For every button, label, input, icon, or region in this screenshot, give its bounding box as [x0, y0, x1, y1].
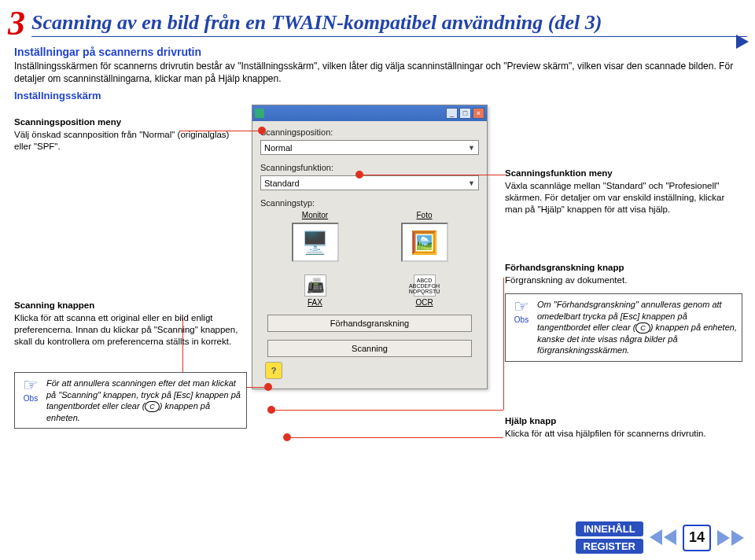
- scanner-settings-dialog: _ □ × Scanningsposition: Normal ▼ Scanni…: [252, 105, 488, 389]
- callout-dot: [283, 433, 291, 441]
- callout-dot: [267, 406, 275, 414]
- anno-scanpos-heading: Scanningsposition meny: [14, 116, 234, 128]
- preview-button[interactable]: Förhandsgranskning: [267, 315, 472, 332]
- callout-dot: [264, 383, 272, 391]
- page-number: 14: [683, 525, 711, 551]
- note-cancel-scanning: ☞ Obs För att annullera scanningen efter…: [14, 372, 247, 429]
- annotation-scan-function: Scanningsfunktion meny Växla scannläge m…: [505, 168, 737, 216]
- scan-position-value: Normal: [264, 143, 292, 153]
- monitor-icon: 🖥️: [292, 223, 339, 262]
- ocr-label: OCR: [414, 298, 436, 307]
- intro-paragraph: Inställningsskärmen för scannerns drivru…: [14, 60, 741, 85]
- photo-icon: 🖼️: [401, 223, 448, 262]
- maximize-button[interactable]: □: [459, 108, 471, 119]
- lead-line: [363, 175, 505, 175]
- foto-type-underline: Foto: [401, 211, 448, 219]
- settings-screen-label: Inställningsskärm: [14, 90, 741, 101]
- contents-button[interactable]: INNEHÅLL: [576, 521, 643, 536]
- monitor-type-underline: Monitor: [292, 211, 339, 219]
- scan-type-monitor[interactable]: Monitor 🖥️: [292, 211, 339, 265]
- anno-preview-heading: Förhandsgranskning knapp: [505, 262, 737, 274]
- fax-icon: 📠: [304, 274, 326, 297]
- section-subtitle: Inställningar på scannerns drivrutin: [14, 46, 741, 58]
- anno-scanbtn-body: Klicka för att scanna ett original eller…: [14, 312, 242, 348]
- fax-option[interactable]: 📠 FAX: [304, 274, 326, 307]
- annotation-preview-button: Förhandsgranskning knapp Förgranskning a…: [505, 262, 737, 286]
- hand-icon: ☞: [514, 299, 529, 315]
- anno-help-heading: Hjälp knapp: [505, 415, 737, 427]
- lead-line: [275, 410, 503, 411]
- step-number: 3: [8, 6, 25, 41]
- lead-line: [291, 437, 503, 438]
- page-title-text: Scanning av en bild från en TWAIN-kompat…: [31, 11, 602, 34]
- scan-function-dropdown[interactable]: Standard ▼: [260, 175, 479, 190]
- page-footer-nav: INNEHÅLL REGISTER 14: [576, 521, 744, 554]
- annotation-scanning-button: Scanning knappen Klicka för att scanna e…: [14, 300, 242, 348]
- scan-function-label: Scanningsfunktion:: [260, 163, 479, 172]
- anno-help-body: Klicka för att visa hjälpfilen för scann…: [505, 428, 737, 440]
- register-button[interactable]: REGISTER: [576, 539, 643, 554]
- anno-scanfunc-heading: Scanningsfunktion meny: [505, 168, 737, 179]
- scan-type-foto[interactable]: Foto 🖼️: [401, 211, 448, 265]
- minimize-button[interactable]: _: [446, 108, 458, 119]
- prev-page-arrow[interactable]: [650, 529, 676, 547]
- fax-label: FAX: [304, 298, 326, 307]
- anno-scanpos-body: Välj önskad scannposition från "Normal" …: [14, 129, 234, 153]
- app-icon: [255, 109, 264, 118]
- clear-key-icon: C: [635, 322, 650, 333]
- chevron-down-icon: ▼: [468, 144, 475, 152]
- chevron-down-icon: ▼: [468, 179, 475, 187]
- ocr-icon: ABCDABCDEFGHNOPQRSTU: [414, 274, 436, 297]
- scan-position-label: Scanningsposition:: [260, 127, 479, 137]
- note2-text: Om "Förhandsgranskning" annulleras genom…: [537, 299, 737, 356]
- lead-line: [503, 278, 504, 410]
- clear-key-icon: C: [145, 401, 160, 412]
- close-button[interactable]: ×: [473, 108, 484, 119]
- note1-text: För att annullera scanningen efter det m…: [46, 378, 241, 423]
- obs-label: Obs: [24, 393, 38, 403]
- page-title: Scanning av en bild från en TWAIN-kompat…: [31, 11, 747, 37]
- help-icon[interactable]: ?: [265, 362, 282, 379]
- ocr-option[interactable]: ABCDABCDEFGHNOPQRSTU OCR: [414, 274, 436, 307]
- obs-label: Obs: [514, 315, 528, 325]
- next-page-arrow[interactable]: [717, 530, 744, 546]
- anno-scanbtn-heading: Scanning knappen: [14, 300, 242, 311]
- anno-preview-body: Förgranskning av dokumentet.: [505, 274, 737, 286]
- anno-scanfunc-body: Växla scannläge mellan "Standard" och "P…: [505, 180, 737, 216]
- title-arrow-decor: [736, 35, 749, 49]
- annotation-scan-position: Scanningsposition meny Välj önskad scann…: [14, 116, 234, 153]
- scan-function-value: Standard: [264, 179, 300, 188]
- scan-type-label: Scanningstyp:: [260, 198, 479, 208]
- scanning-button[interactable]: Scanning: [267, 340, 472, 357]
- scan-position-dropdown[interactable]: Normal ▼: [260, 140, 479, 155]
- dialog-titlebar: _ □ ×: [252, 105, 487, 121]
- annotation-help-button: Hjälp knapp Klicka för att visa hjälpfil…: [505, 415, 737, 440]
- note-cancel-preview: ☞ Obs Om "Förhandsgranskning" annulleras…: [505, 293, 742, 361]
- hand-icon: ☞: [23, 378, 39, 393]
